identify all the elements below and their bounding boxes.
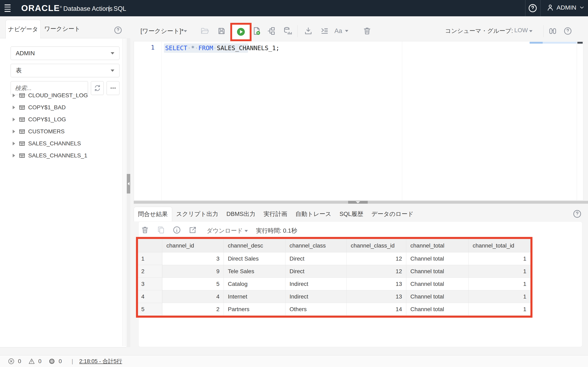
tree-item-table[interactable]: SALES_CHANNELS_1 xyxy=(0,150,121,161)
panel-splitter[interactable] xyxy=(127,38,130,347)
caret-down-icon[interactable] xyxy=(529,30,532,32)
cell-channel-total[interactable]: Channel total xyxy=(406,303,468,316)
cell-channel-total[interactable]: Channel total xyxy=(406,265,468,278)
tree-item-table[interactable]: CLOUD_INGEST_LOG xyxy=(0,89,121,101)
result-info-button[interactable] xyxy=(172,225,181,234)
splitter-collapse-handle[interactable] xyxy=(127,174,130,193)
cell-channel-id[interactable]: 3 xyxy=(162,252,224,265)
caret-right-icon[interactable] xyxy=(13,142,15,145)
column-header[interactable]: channel_desc xyxy=(224,239,285,252)
save-button[interactable] xyxy=(217,26,226,36)
caret-right-icon[interactable] xyxy=(13,94,15,97)
object-type-select[interactable]: 表 xyxy=(11,64,120,77)
cell-channel-total[interactable]: Channel total xyxy=(406,278,468,290)
tree-item-table[interactable]: COPY$1_BAD xyxy=(0,101,121,113)
cell-channel-total-id[interactable]: 1 xyxy=(468,252,530,265)
copy-results-button[interactable] xyxy=(156,225,165,234)
open-in-new-window-button[interactable] xyxy=(188,225,197,234)
tab-sql-history[interactable]: SQL履歴 xyxy=(336,207,367,221)
caret-down-icon[interactable] xyxy=(245,230,248,232)
worksheet-help-button[interactable] xyxy=(563,26,572,36)
tab-worksheet[interactable]: ワークシート xyxy=(41,20,84,38)
hamburger-menu-icon[interactable] xyxy=(4,4,11,12)
cell-channel-id[interactable]: 9 xyxy=(162,265,224,278)
editor-scrollbar[interactable] xyxy=(577,42,583,200)
sql-editor[interactable]: 1 SELECT·*·FROM·SALES_CHANNELS_1; xyxy=(134,41,583,200)
tab-dbms-output[interactable]: DBMS出力 xyxy=(222,207,259,221)
download-editor-button[interactable] xyxy=(303,26,313,36)
column-header[interactable]: channel_total_id xyxy=(468,239,530,252)
font-settings-button[interactable]: Aa xyxy=(333,26,350,36)
warnings-icon[interactable] xyxy=(28,358,35,365)
tree-item-table[interactable]: COPY$1_LOG xyxy=(0,113,121,125)
cell-channel-desc[interactable]: Catalog xyxy=(224,278,285,290)
editor-scrollbar-thumb[interactable] xyxy=(577,42,583,44)
tab-navigator[interactable]: ナビゲータ xyxy=(6,20,41,39)
cell-channel-total[interactable]: Channel total xyxy=(406,252,468,265)
cell-channel-total-id[interactable]: 1 xyxy=(468,303,530,316)
worksheet-title-menu[interactable]: [ワークシート]* xyxy=(140,27,183,35)
sidebar-scrollbar[interactable] xyxy=(122,39,126,346)
tab-script-output[interactable]: スクリプト出力 xyxy=(172,207,222,221)
tree-item-table[interactable]: SALES_CHANNELS xyxy=(0,137,121,150)
gear-icon[interactable] xyxy=(48,358,55,365)
editor-results-splitter[interactable] xyxy=(134,201,588,204)
cell-channel-id[interactable]: 2 xyxy=(162,303,224,316)
caret-right-icon[interactable] xyxy=(13,106,15,109)
tab-data-load[interactable]: データのロード xyxy=(367,207,417,221)
caret-right-icon[interactable] xyxy=(13,130,15,133)
cell-channel-class-id[interactable]: 14 xyxy=(347,303,406,316)
tab-autotrace[interactable]: 自動トレース xyxy=(291,207,336,221)
download-menu[interactable]: ダウンロード xyxy=(207,227,243,235)
discard-results-button[interactable] xyxy=(140,225,149,234)
sidebar-help-button[interactable] xyxy=(113,26,122,35)
cell-channel-total[interactable]: Channel total xyxy=(406,290,468,303)
cell-channel-class[interactable]: Indirect xyxy=(285,278,347,290)
user-menu[interactable]: ADMIN xyxy=(546,4,585,11)
cell-channel-total-id[interactable]: 1 xyxy=(468,265,530,278)
cell-channel-class[interactable]: Others xyxy=(285,303,347,316)
format-button[interactable] xyxy=(320,26,329,36)
find-button[interactable] xyxy=(548,26,557,36)
tree-item-table[interactable]: CUSTOMERS xyxy=(0,125,121,137)
caret-down-icon[interactable] xyxy=(184,30,187,32)
column-header[interactable]: channel_class_id xyxy=(347,239,406,252)
column-header[interactable]: channel_class xyxy=(285,239,347,252)
cell-channel-desc[interactable]: Tele Sales xyxy=(224,265,285,278)
cell-channel-desc[interactable]: Internet xyxy=(224,290,285,303)
splitter-collapse-handle[interactable] xyxy=(348,201,368,204)
result-grid[interactable]: channel_id channel_desc channel_class ch… xyxy=(138,239,530,316)
sql-statement[interactable]: SELECT·*·FROM·SALES_CHANNELS_1; xyxy=(165,43,279,53)
clear-worksheet-button[interactable] xyxy=(362,26,372,36)
cell-channel-desc[interactable]: Direct Sales xyxy=(224,252,285,265)
caret-right-icon[interactable] xyxy=(13,118,15,121)
results-help-button[interactable] xyxy=(572,209,582,218)
explain-plan-button[interactable] xyxy=(266,26,276,36)
cell-channel-class-id[interactable]: 13 xyxy=(347,278,406,290)
cell-channel-id[interactable]: 4 xyxy=(162,290,224,303)
column-header[interactable]: channel_total xyxy=(406,239,468,252)
tab-query-result[interactable]: 問合せ結果 xyxy=(134,207,172,221)
cell-channel-desc[interactable]: Partners xyxy=(224,303,285,316)
cell-channel-id[interactable]: 5 xyxy=(162,278,224,290)
consumer-group-select[interactable]: LOW xyxy=(514,27,528,34)
header-help-button[interactable] xyxy=(528,3,537,13)
cell-channel-class[interactable]: Direct xyxy=(285,252,347,265)
open-file-button[interactable] xyxy=(200,26,209,36)
tab-explain-plan[interactable]: 実行計画 xyxy=(259,207,291,221)
cell-channel-class-id[interactable]: 13 xyxy=(347,290,406,303)
cell-channel-class[interactable]: Indirect xyxy=(285,290,347,303)
caret-right-icon[interactable] xyxy=(13,154,15,157)
cell-channel-class-id[interactable]: 12 xyxy=(347,265,406,278)
errors-icon[interactable] xyxy=(8,358,15,365)
execution-summary-link[interactable]: 2:18:05 - 合計5行 xyxy=(79,358,122,365)
autotrace-button[interactable] xyxy=(283,26,293,36)
cell-channel-total-id[interactable]: 1 xyxy=(468,290,530,303)
schema-select[interactable]: ADMIN xyxy=(11,47,120,60)
cell-channel-class[interactable]: Direct xyxy=(285,265,347,278)
column-header[interactable]: channel_id xyxy=(162,239,224,252)
run-statement-button[interactable] xyxy=(236,27,246,36)
cell-channel-total-id[interactable]: 1 xyxy=(468,278,530,290)
cell-channel-class-id[interactable]: 12 xyxy=(347,252,406,265)
run-script-button[interactable] xyxy=(252,26,261,36)
